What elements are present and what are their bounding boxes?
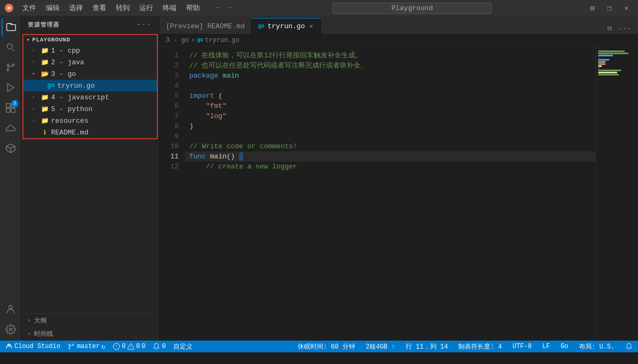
warnings-count: 0 <box>136 343 140 350</box>
sidebar-item-go[interactable]: ▾ 📂 3 - go <box>23 68 157 80</box>
extensions-icon[interactable]: 3 <box>2 99 20 117</box>
line-num-5: 5 <box>160 91 179 101</box>
notifications-status[interactable]: 0 <box>150 341 167 352</box>
customize-status[interactable]: 自定义 <box>171 341 195 352</box>
code-line-12: // create a new logger <box>185 162 595 172</box>
sidebar-item-cpp-label: 1 - cpp <box>51 47 80 55</box>
layout-status[interactable]: 布局: U.S. <box>577 341 617 352</box>
account-icon[interactable] <box>2 300 20 318</box>
language-status[interactable]: Go <box>558 341 570 352</box>
preview-readme-tab-label: [Preview] README.md <box>166 22 245 30</box>
code-line-8: ) <box>185 121 595 131</box>
search-input-display[interactable]: Playground <box>332 3 492 14</box>
svg-point-17 <box>69 344 70 345</box>
close-button[interactable]: ✕ <box>619 3 634 13</box>
sidebar-header-icons: ··· <box>135 19 153 30</box>
menu-file[interactable]: 文件 <box>18 2 40 14</box>
more-tabs-button[interactable]: ··· <box>616 23 634 34</box>
branch-icon <box>68 343 75 350</box>
errors-status[interactable]: 0 0 0 <box>111 341 148 352</box>
sidebar-item-resources[interactable]: › 📁 resources <box>23 115 157 126</box>
svg-rect-9 <box>6 108 10 113</box>
package-icon[interactable] <box>2 139 20 157</box>
cpp-chevron: › <box>32 48 38 54</box>
code-line-10: // Write code or comments! <box>185 141 595 151</box>
java-chevron: › <box>32 60 38 65</box>
cloud-icon[interactable] <box>2 119 20 137</box>
tab-size-label: 制表符长度: 4 <box>458 342 502 351</box>
source-control-icon[interactable] <box>2 58 20 77</box>
sidebar-item-python-label: 5 - python <box>51 105 93 113</box>
layout-label: 布局: U.S. <box>579 342 615 351</box>
resources-chevron: › <box>32 118 38 124</box>
minimize-button[interactable]: ⊟ <box>585 3 600 13</box>
menu-terminal[interactable]: 终端 <box>158 2 181 14</box>
svg-rect-7 <box>6 104 10 108</box>
line-num-2: 2 <box>160 61 179 71</box>
notifications-bell-status[interactable] <box>623 341 635 352</box>
error-icon <box>113 343 120 350</box>
cloud-studio-label: Cloud Studio <box>14 343 60 350</box>
status-left: Cloud Studio master ↻ 0 0 0 0 自定义 <box>3 341 195 352</box>
folder-icon: 📁 <box>40 117 49 125</box>
editor-content[interactable]: 1 2 3 4 5 6 7 8 9 10 11 12 // 在线体验，可以在第1… <box>160 46 638 341</box>
idle-time-status[interactable]: 休眠时间: 60 分钟 <box>296 341 357 352</box>
sidebar-item-java-label: 2 - java <box>51 58 84 66</box>
cloud-studio-status[interactable]: Cloud Studio <box>3 341 62 352</box>
folder-icon: 📁 <box>40 47 49 55</box>
line-ending-status[interactable]: LF <box>540 341 552 352</box>
split-editor-button[interactable]: ⊟ <box>605 23 614 34</box>
run-icon[interactable] <box>2 79 20 97</box>
menu-edit[interactable]: 编辑 <box>41 2 64 14</box>
sidebar-item-java[interactable]: › 📁 2 - java <box>23 56 157 68</box>
remote-icon <box>5 343 13 350</box>
tryrun-go-tab-label: tryrun.go <box>267 22 305 30</box>
nav-back-button[interactable]: ← <box>213 3 223 13</box>
sidebar-item-tryrun[interactable]: go tryrun.go <box>23 80 157 91</box>
language-label: Go <box>560 343 568 350</box>
menu-goto[interactable]: 转到 <box>112 2 134 14</box>
breadcrumb-file[interactable]: go tryrun.go <box>197 37 239 44</box>
settings-icon[interactable] <box>2 320 20 338</box>
tab-preview-readme[interactable]: [Preview] README.md <box>160 18 251 34</box>
nav-forward-button[interactable]: → <box>225 3 235 13</box>
breadcrumb-go-folder[interactable]: 3 - go <box>166 37 189 44</box>
tab-close-button[interactable]: ✕ <box>308 22 314 31</box>
sidebar-item-javascript[interactable]: › 📁 4 - javascript <box>23 91 157 103</box>
search-icon[interactable] <box>2 38 20 56</box>
sidebar-item-python[interactable]: › 📁 5 - python <box>23 103 157 115</box>
status-right: 休眠时间: 60 分钟 2核4GB ↑ 行 11，列 14 制表符长度: 4 U… <box>296 341 635 352</box>
cpu-mem-status[interactable]: 2核4GB ↑ <box>364 341 397 352</box>
maximize-button[interactable]: ❐ <box>602 3 617 13</box>
menu-run[interactable]: 运行 <box>135 2 157 14</box>
cursor-pos-status[interactable]: 行 11，列 14 <box>404 341 450 352</box>
playground-section-header[interactable]: ▾ PLAYGROUND <box>23 35 157 45</box>
folder-icon: 📁 <box>40 94 49 101</box>
svg-point-16 <box>69 348 70 349</box>
tab-tryrun-go[interactable]: go tryrun.go ✕ <box>251 18 321 34</box>
git-branch-status[interactable]: master ↻ <box>65 341 107 352</box>
encoding-status[interactable]: UTF-8 <box>510 341 534 352</box>
folder-icon: 📁 <box>40 58 49 66</box>
go-chevron: ▾ <box>32 71 38 77</box>
sidebar-item-cpp[interactable]: › 📁 1 - cpp <box>23 45 157 56</box>
files-icon[interactable] <box>2 18 20 36</box>
minimap <box>595 46 638 341</box>
sidebar-item-tryrun-label: tryrun.go <box>57 82 95 90</box>
timeline-item[interactable]: › 时间线 <box>21 327 159 341</box>
tab-size-status[interactable]: 制表符长度: 4 <box>456 341 504 352</box>
sidebar: 资源管理器 ··· ▾ PLAYGROUND › 📁 1 - cpp › <box>21 16 160 341</box>
outline-item[interactable]: › 大纲 <box>21 314 159 327</box>
go-file-icon: go <box>47 82 55 89</box>
sidebar-item-readme[interactable]: ℹ README.md <box>23 126 157 138</box>
line-num-6: 6 <box>160 101 179 111</box>
activity-bar: 3 <box>0 16 21 341</box>
tab-bar: [Preview] README.md go tryrun.go ✕ ⊟ ··· <box>160 16 638 35</box>
line-num-4: 4 <box>160 81 179 91</box>
menu-help[interactable]: 帮助 <box>182 2 204 14</box>
menu-view[interactable]: 查看 <box>88 2 111 14</box>
menu-select[interactable]: 选择 <box>65 2 87 14</box>
code-editor[interactable]: // 在线体验，可以在第12行行尾按回车触发补全生成。 // 也可以在任意处写代… <box>185 46 595 341</box>
sidebar-more-button[interactable]: ··· <box>135 19 153 30</box>
extensions-badge: 3 <box>11 100 19 107</box>
